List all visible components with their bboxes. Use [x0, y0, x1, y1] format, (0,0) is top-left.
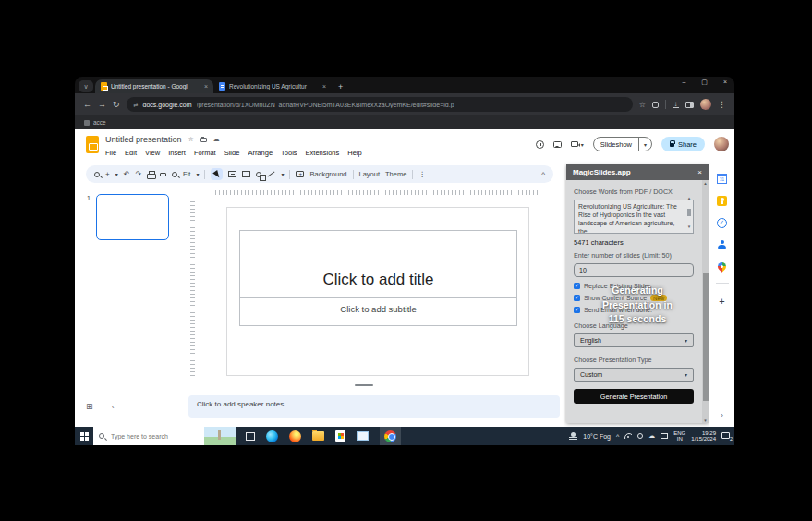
menu-arrange[interactable]: Arrange: [248, 149, 273, 157]
scroll-down-icon[interactable]: ▾: [704, 418, 707, 423]
close-panel-icon[interactable]: ×: [697, 168, 702, 176]
search-input[interactable]: [109, 432, 200, 441]
theme-button[interactable]: Theme: [385, 170, 406, 178]
forward-button[interactable]: →: [98, 100, 106, 109]
collapse-filmstrip-icon[interactable]: ‹: [112, 403, 115, 411]
edge-icon[interactable]: [266, 430, 278, 442]
language-select[interactable]: English ▾: [574, 333, 694, 347]
add-slide-dropdown-icon[interactable]: ▾: [115, 171, 118, 177]
slides-logo[interactable]: [86, 136, 99, 153]
comments-icon[interactable]: [553, 141, 562, 148]
tab-close-icon[interactable]: ×: [322, 83, 326, 90]
menu-insert[interactable]: Insert: [168, 149, 186, 157]
close-window-button[interactable]: ×: [723, 79, 727, 86]
insert-comment-icon[interactable]: [296, 171, 304, 177]
presentation-type-select[interactable]: Custom ▾: [574, 368, 694, 382]
paint-format-icon[interactable]: [160, 173, 166, 176]
tab-untitled-presentation[interactable]: Untitled presentation - Googl ×: [95, 79, 213, 93]
cloud-status-icon[interactable]: ☁: [213, 136, 220, 143]
zoom-select[interactable]: Fit: [183, 170, 190, 178]
zoom-dropdown-icon[interactable]: ▾: [196, 171, 199, 177]
slides-count-input[interactable]: [574, 263, 694, 277]
new-tab-button[interactable]: +: [338, 82, 343, 91]
undo-icon[interactable]: ↶: [124, 170, 130, 178]
hidden-icons-caret[interactable]: ^: [616, 433, 619, 440]
extensions-icon[interactable]: [652, 102, 659, 108]
slideshow-button[interactable]: Slideshow ▾: [593, 137, 652, 151]
menu-view[interactable]: View: [145, 149, 160, 157]
bookmark-star-icon[interactable]: ☆: [639, 101, 646, 109]
file-explorer-icon[interactable]: [312, 431, 324, 441]
print-icon[interactable]: [147, 171, 154, 177]
language-indicator[interactable]: ENG IN: [673, 430, 685, 442]
maps-icon[interactable]: [716, 260, 728, 273]
display-icon[interactable]: [661, 433, 668, 439]
omnibox[interactable]: ⇄ docs.google.com/presentation/d/1XOMhuZ…: [127, 97, 633, 112]
document-title[interactable]: Untitled presentation: [105, 135, 182, 144]
subtitle-placeholder[interactable]: Click to add subtitle: [239, 298, 517, 326]
notes-resize-handle[interactable]: [355, 384, 373, 386]
contacts-icon[interactable]: [717, 240, 727, 250]
microsoft-store-icon[interactable]: [335, 430, 345, 442]
insert-line-icon[interactable]: [268, 172, 275, 177]
account-avatar[interactable]: [714, 137, 729, 151]
share-button[interactable]: Share: [661, 137, 705, 151]
keep-icon[interactable]: [717, 196, 727, 206]
browser-menu-icon[interactable]: ⋮: [718, 100, 726, 109]
mail-icon[interactable]: [357, 431, 369, 441]
scrollbar-thumb[interactable]: [687, 209, 691, 216]
layout-button[interactable]: Layout: [359, 170, 381, 178]
tray-account-icon[interactable]: [637, 433, 643, 439]
grid-view-icon[interactable]: ⊞: [86, 402, 93, 411]
task-view-icon[interactable]: [246, 432, 255, 441]
meet-button[interactable]: ▾: [571, 141, 584, 148]
onedrive-cloud-icon[interactable]: ☁: [648, 432, 655, 440]
clock[interactable]: 19:29 1/15/2024: [691, 430, 716, 442]
bookmark-item[interactable]: acce: [93, 119, 106, 126]
speaker-notes-box[interactable]: Click to add speaker notes: [188, 395, 560, 418]
notification-center-icon[interactable]: 2: [721, 431, 732, 441]
menu-tools[interactable]: Tools: [281, 149, 297, 157]
fog-weather-icon[interactable]: [569, 432, 577, 440]
more-options-icon[interactable]: ⋮: [418, 170, 426, 178]
downloads-icon[interactable]: ↓: [673, 102, 679, 108]
side-panel-icon[interactable]: [685, 102, 694, 108]
calendar-icon[interactable]: 31: [717, 174, 727, 184]
menu-help[interactable]: Help: [347, 149, 361, 157]
star-document-icon[interactable]: ☆: [188, 136, 194, 143]
generate-presentation-button[interactable]: Generate Presentation: [574, 389, 694, 404]
select-tool-button[interactable]: [211, 168, 223, 180]
insert-image-icon[interactable]: [242, 171, 250, 177]
menu-slide[interactable]: Slide: [224, 149, 240, 157]
scroll-down-icon[interactable]: ▾: [688, 224, 691, 229]
taskbar-search[interactable]: [93, 427, 236, 445]
source-text-area[interactable]: Revolutionizing US Agriculture: The Rise…: [574, 200, 694, 234]
tab-search-button[interactable]: ∨: [79, 80, 93, 92]
textarea-scrollbar[interactable]: ▴ ▾: [686, 195, 692, 229]
redo-icon[interactable]: ↷: [135, 170, 141, 178]
move-folder-icon[interactable]: [200, 138, 207, 142]
hide-side-panel-icon[interactable]: ›: [721, 411, 723, 419]
chrome-taskbar-button[interactable]: [380, 427, 401, 445]
menu-file[interactable]: File: [105, 149, 116, 157]
add-addon-icon[interactable]: +: [719, 296, 724, 307]
version-history-icon[interactable]: [536, 140, 544, 149]
slideshow-dropdown[interactable]: ▾: [638, 138, 651, 151]
menu-extensions[interactable]: Extensions: [306, 149, 340, 157]
scroll-up-icon[interactable]: ▴: [688, 195, 691, 200]
background-button[interactable]: Background: [309, 170, 346, 178]
firefox-icon[interactable]: [289, 430, 301, 442]
search-weather-image[interactable]: [204, 427, 236, 445]
insert-shape-icon[interactable]: [256, 172, 261, 177]
site-info-icon[interactable]: ⇄: [134, 102, 139, 108]
minimize-button[interactable]: –: [682, 79, 685, 86]
tasks-icon[interactable]: ✓: [717, 218, 727, 228]
line-dropdown-icon[interactable]: ▾: [281, 171, 284, 177]
network-icon[interactable]: [624, 433, 632, 439]
start-button[interactable]: [75, 427, 93, 445]
search-menus-icon[interactable]: [94, 172, 100, 177]
weather-text[interactable]: 10°C Fog: [583, 433, 611, 440]
slide-canvas[interactable]: Click to add title Click to add subtitle: [226, 207, 529, 376]
back-button[interactable]: ←: [83, 100, 91, 109]
tab-close-icon[interactable]: ×: [204, 83, 208, 90]
